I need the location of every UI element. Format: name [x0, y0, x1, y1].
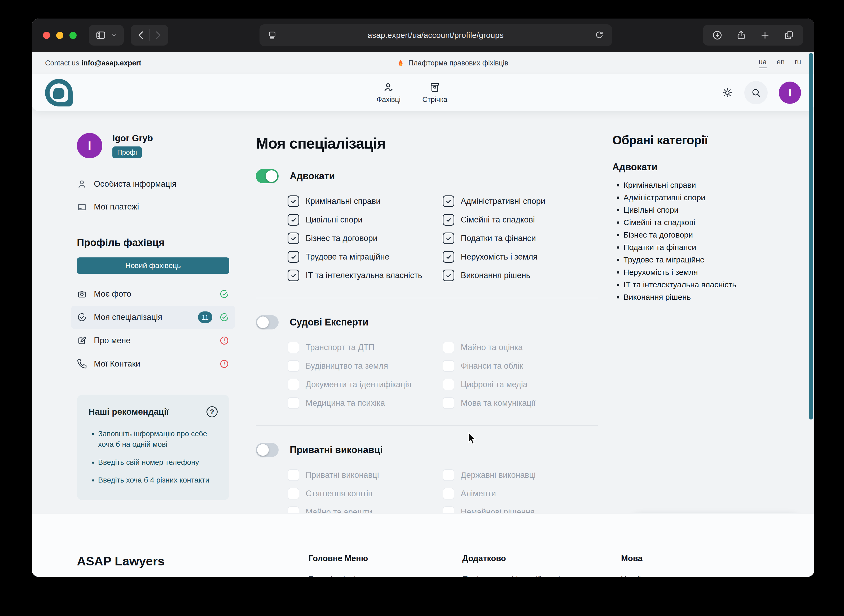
reload-icon[interactable] — [594, 31, 604, 40]
specialists-icon — [383, 82, 394, 93]
checkbox-checked-icon — [288, 270, 299, 281]
downloads-icon[interactable] — [712, 30, 723, 41]
checkbox-checked-icon — [443, 233, 454, 244]
sidebar-item-label: Про мене — [94, 336, 212, 345]
category-checkbox[interactable]: Трудове та міграційне — [288, 251, 443, 263]
category-checkbox[interactable]: Цивільні спори — [288, 214, 443, 226]
category-checkbox[interactable]: Транспорт та ДТП — [288, 342, 443, 353]
category-checkbox[interactable]: Фінанси та облік — [443, 360, 598, 372]
scrollbar[interactable] — [809, 53, 813, 419]
category-label: Приватні виконавці — [306, 470, 379, 480]
zoom-window-button[interactable] — [69, 32, 76, 39]
share-icon[interactable] — [736, 30, 747, 41]
category-checkbox[interactable]: Майно та оцінка — [443, 342, 598, 353]
recommendation-item[interactable]: Введіть хоча б 4 різних контакти — [98, 475, 218, 485]
specialist-section-title: Профіль фахівця — [77, 237, 229, 248]
checkbox-checked-icon — [443, 270, 454, 281]
category-checkbox[interactable]: Аліменти — [443, 488, 598, 499]
category-checkbox[interactable]: Адміністративні спори — [443, 195, 598, 207]
back-button[interactable] — [133, 29, 149, 42]
checkbox-unchecked-icon — [443, 379, 454, 390]
close-window-button[interactable] — [43, 32, 50, 39]
footer-column: ДодатковоПолітика конфіденційності — [462, 554, 560, 577]
new-tab-icon[interactable] — [760, 30, 770, 41]
footer-column-title: Мова — [621, 554, 661, 563]
sidebar-item[interactable]: Про мене — [71, 329, 235, 352]
category-label: Транспорт та ДТП — [306, 343, 375, 352]
new-specialist-button[interactable]: Новий фахівець — [77, 257, 229, 274]
language-ru[interactable]: ru — [795, 58, 801, 68]
specialization-group: Судові ЕкспертиТранспорт та ДТПБудівницт… — [256, 315, 598, 409]
footer-link[interactable]: Українська — [621, 574, 661, 577]
footer-brand: ASAP Lawyers — [77, 554, 165, 568]
status-alert-icon — [219, 336, 229, 346]
checkbox-unchecked-icon — [288, 397, 299, 409]
sidebar-toggle-button[interactable] — [89, 25, 124, 45]
nav-item-feed-icon[interactable]: Стрічка — [422, 82, 447, 104]
category-checkbox[interactable]: Кримінальні справи — [288, 195, 443, 207]
category-checkbox[interactable]: Стягнення коштів — [288, 488, 443, 499]
category-checkbox[interactable]: Документи та ідентифікація — [288, 379, 443, 390]
recommendation-item[interactable]: Заповніть інформацію про себе хоча б на … — [98, 428, 218, 450]
search-button[interactable] — [744, 81, 768, 104]
selected-category-item: Виконання рішень — [623, 293, 807, 302]
checkbox-unchecked-icon — [288, 360, 299, 372]
site-tagline: Плафторма правових фіхівців — [396, 58, 509, 68]
site-logo[interactable] — [45, 79, 73, 107]
tab-overview-icon[interactable] — [784, 30, 794, 41]
category-checkbox[interactable]: Податки та фінанси — [443, 233, 598, 244]
recommendations-list: Заповніть інформацію про себе хоча б на … — [88, 428, 218, 485]
checkbox-checked-icon — [288, 233, 299, 244]
category-label: Сімейні та спадкові — [461, 215, 535, 224]
minimize-window-button[interactable] — [56, 32, 63, 39]
category-checkbox[interactable]: Будівництво та земля — [288, 360, 443, 372]
user-avatar[interactable]: I — [779, 82, 801, 104]
category-label: Документи та ідентифікація — [306, 380, 412, 389]
sidebar-item[interactable]: Моє фото — [71, 282, 235, 306]
main-grid: I Igor Gryb Профі Особиста інформаціяМої… — [32, 111, 814, 553]
help-icon[interactable]: ? — [206, 406, 218, 417]
group-toggle[interactable] — [256, 315, 279, 330]
category-checkbox[interactable]: ІТ та інтелектуальна власність — [288, 270, 443, 281]
sidebar-item[interactable]: Моя спеціалізація11 — [71, 306, 235, 329]
category-checkbox[interactable]: Нерухомість і земля — [443, 251, 598, 263]
category-checkbox[interactable]: Бізнес та договори — [288, 233, 443, 244]
count-badge: 11 — [198, 311, 212, 323]
forward-button[interactable] — [150, 29, 166, 42]
address-bar[interactable]: asap.expert/ua/account/profile/groups — [260, 24, 612, 46]
contact-info[interactable]: Contact usinfo@asap.expert — [45, 59, 141, 67]
category-checkbox[interactable]: Медицина та психіка — [288, 397, 443, 409]
specialization-group: АдвокатиКримінальні справиЦивільні спори… — [256, 169, 598, 281]
sidebar-item[interactable]: Мої Контаки — [71, 352, 235, 375]
footer-link[interactable]: База фахівців — [309, 574, 368, 577]
sidebar-item[interactable]: Особиста інформація — [77, 179, 229, 189]
selected-category-item: Кримінальні справи — [623, 180, 807, 190]
footer-link[interactable]: Політика конфіденційності — [462, 574, 560, 577]
reader-icon[interactable] — [268, 31, 277, 40]
category-checkbox[interactable]: Приватні виконавці — [288, 469, 443, 481]
checkbox-unchecked-icon — [443, 469, 454, 481]
sidebar-item-label: Особиста інформація — [94, 179, 176, 189]
category-checkbox[interactable]: Виконання рішень — [443, 270, 598, 281]
category-checkbox[interactable]: Цифрові та медіа — [443, 379, 598, 390]
nav-label: Фахівці — [376, 95, 400, 104]
category-checkbox[interactable]: Сімейні та спадкові — [443, 214, 598, 226]
category-label: Адміністративні спори — [461, 197, 545, 206]
language-ua[interactable]: ua — [759, 58, 767, 68]
group-toggle[interactable] — [256, 169, 279, 183]
footer-column-title: Головне Меню — [309, 554, 368, 563]
history-nav — [131, 25, 168, 45]
group-toggle[interactable] — [256, 443, 279, 457]
category-label: Майно та оцінка — [461, 343, 523, 352]
category-checkbox[interactable]: Державні виконавці — [443, 469, 598, 481]
category-label: Податки та фінанси — [461, 233, 536, 243]
nav-item-specialists-icon[interactable]: Фахівці — [376, 82, 400, 104]
card-icon — [77, 202, 87, 212]
selected-category-item: Цивільні спори — [623, 205, 807, 214]
checkbox-unchecked-icon — [288, 379, 299, 390]
category-checkbox[interactable]: Мова та комунікації — [443, 397, 598, 409]
recommendation-item[interactable]: Введіть свій номер телефону — [98, 457, 218, 468]
theme-toggle-icon[interactable] — [722, 87, 733, 98]
sidebar-item[interactable]: Мої платежі — [77, 202, 229, 212]
language-en[interactable]: en — [777, 58, 785, 68]
